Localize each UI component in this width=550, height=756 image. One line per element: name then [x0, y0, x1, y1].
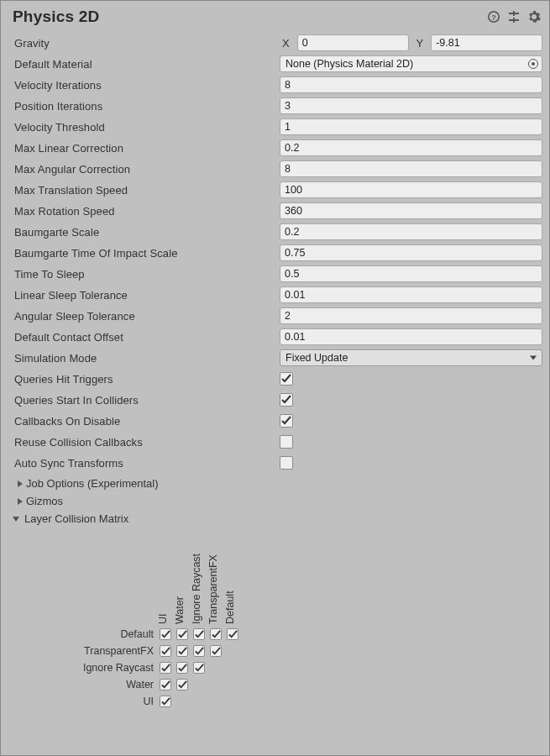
default-contact-offset-input[interactable]	[280, 328, 542, 345]
auto-sync-transforms-row: Auto Sync Transforms	[8, 453, 542, 473]
time-to-sleep-label: Time To Sleep	[14, 268, 280, 281]
layer-collision-matrix-foldout[interactable]: Layer Collision Matrix	[8, 509, 542, 527]
queries-hit-triggers-row: Queries Hit Triggers	[8, 369, 542, 389]
matrix-checkbox[interactable]	[176, 662, 188, 674]
default-material-value: None (Physics Material 2D)	[285, 58, 413, 70]
help-icon[interactable]: ?	[487, 10, 500, 24]
matrix-col-header: Ignore Raycast	[191, 554, 202, 624]
panel-title: Physics 2D	[13, 8, 99, 26]
simulation-mode-label: Simulation Mode	[14, 352, 280, 365]
time-to-sleep-input[interactable]	[280, 265, 542, 282]
object-picker-icon[interactable]	[528, 59, 538, 69]
velocity-iterations-label: Velocity Iterations	[14, 79, 280, 92]
matrix-checkbox[interactable]	[210, 628, 222, 640]
matrix-checkbox[interactable]	[227, 628, 238, 640]
position-iterations-input[interactable]	[280, 97, 542, 114]
matrix-row-label: Ignore Raycast	[21, 662, 157, 674]
velocity-iterations-input[interactable]	[280, 76, 542, 93]
matrix-row: UI	[21, 693, 542, 710]
matrix-checkbox[interactable]	[176, 679, 188, 690]
matrix-checkbox[interactable]	[210, 645, 222, 657]
matrix-cell	[157, 676, 174, 693]
matrix-cell	[207, 643, 224, 659]
time-to-sleep-row: Time To Sleep	[8, 264, 542, 284]
matrix-row-cells	[157, 693, 174, 710]
max-rotation-speed-input[interactable]	[280, 202, 542, 219]
matrix-row-cells	[157, 643, 224, 659]
linear-sleep-tolerance-input[interactable]	[280, 286, 542, 303]
matrix-col-header: UI	[157, 614, 169, 625]
gravity-field: X Y	[280, 34, 542, 51]
queries-start-in-colliders-checkbox[interactable]	[280, 393, 293, 407]
baumgarte-toi-scale-input[interactable]	[280, 244, 542, 261]
matrix-checkbox[interactable]	[160, 696, 171, 707]
matrix-checkbox[interactable]	[193, 628, 205, 640]
velocity-iterations-row: Velocity Iterations	[8, 75, 542, 95]
matrix-checkbox[interactable]	[160, 645, 171, 657]
matrix-row-cells	[157, 659, 207, 676]
max-translation-speed-input[interactable]	[280, 181, 542, 198]
angular-sleep-tolerance-label: Angular Sleep Tolerance	[14, 310, 280, 323]
matrix-row-label: UI	[21, 696, 157, 707]
queries-hit-triggers-checkbox[interactable]	[280, 372, 293, 386]
matrix-checkbox[interactable]	[160, 679, 171, 690]
gravity-y-input[interactable]	[431, 34, 542, 51]
max-translation-speed-row: Max Translation Speed	[8, 180, 542, 200]
matrix-checkbox[interactable]	[193, 662, 205, 674]
max-linear-correction-input[interactable]	[280, 139, 542, 156]
auto-sync-transforms-checkbox[interactable]	[280, 456, 293, 470]
chevron-down-icon	[530, 356, 537, 360]
callbacks-on-disable-row: Callbacks On Disable	[8, 411, 542, 431]
default-material-label: Default Material	[14, 58, 280, 71]
matrix-row-label: Water	[21, 679, 157, 690]
matrix-column-headers: UIWaterIgnore RaycastTransparentFXDefaul…	[157, 533, 542, 626]
matrix-row: Default	[21, 626, 542, 643]
matrix-row: Ignore Raycast	[21, 659, 542, 676]
chevron-right-icon	[18, 480, 23, 487]
gizmos-foldout[interactable]: Gizmos	[8, 491, 542, 509]
presets-icon[interactable]	[507, 10, 521, 24]
header: Physics 2D ?	[8, 6, 542, 33]
angular-sleep-tolerance-row: Angular Sleep Tolerance	[8, 306, 542, 326]
simulation-mode-select[interactable]: Fixed Update	[280, 349, 542, 366]
svg-rect-7	[513, 18, 515, 23]
reuse-collision-callbacks-row: Reuse Collision Callbacks	[8, 432, 542, 452]
gravity-y-label: Y	[414, 37, 427, 50]
simulation-mode-row: Simulation Mode Fixed Update	[8, 348, 542, 368]
matrix-cell	[157, 626, 174, 643]
default-material-field[interactable]: None (Physics Material 2D)	[280, 55, 542, 72]
svg-text:?: ?	[491, 13, 496, 22]
matrix-cell	[191, 626, 207, 643]
svg-rect-6	[513, 11, 515, 16]
reuse-collision-callbacks-checkbox[interactable]	[280, 435, 293, 449]
velocity-threshold-input[interactable]	[280, 118, 542, 135]
gravity-row: Gravity X Y	[8, 33, 542, 53]
gravity-x-input[interactable]	[297, 34, 409, 51]
angular-sleep-tolerance-input[interactable]	[280, 307, 542, 324]
baumgarte-toi-scale-row: Baumgarte Time Of Impact Scale	[8, 243, 542, 263]
matrix-checkbox[interactable]	[193, 645, 205, 657]
matrix-checkbox[interactable]	[160, 662, 171, 674]
physics-2d-panel: Physics 2D ? Gravity X Y Default Materia…	[1, 1, 549, 755]
max-angular-correction-row: Max Angular Correction	[8, 159, 542, 179]
callbacks-on-disable-checkbox[interactable]	[280, 414, 293, 428]
max-angular-correction-input[interactable]	[280, 160, 542, 177]
baumgarte-scale-input[interactable]	[280, 223, 542, 240]
matrix-checkbox[interactable]	[176, 628, 188, 640]
position-iterations-row: Position Iterations	[8, 96, 542, 116]
matrix-cell	[157, 659, 174, 676]
job-options-label: Job Options (Experimental)	[26, 477, 159, 490]
gear-icon[interactable]	[527, 10, 541, 24]
matrix-col-header: TransparentFX	[207, 554, 219, 624]
linear-sleep-tolerance-label: Linear Sleep Tolerance	[14, 289, 280, 302]
callbacks-on-disable-label: Callbacks On Disable	[14, 415, 280, 428]
gizmos-label: Gizmos	[26, 495, 63, 507]
matrix-checkbox[interactable]	[160, 628, 171, 640]
matrix-cell	[174, 643, 191, 659]
matrix-col-header: Default	[224, 591, 236, 624]
matrix-checkbox[interactable]	[176, 645, 188, 657]
job-options-foldout[interactable]: Job Options (Experimental)	[8, 474, 542, 491]
matrix-col-header: Water	[174, 596, 186, 624]
queries-hit-triggers-label: Queries Hit Triggers	[14, 373, 280, 386]
max-linear-correction-label: Max Linear Correction	[14, 142, 280, 155]
